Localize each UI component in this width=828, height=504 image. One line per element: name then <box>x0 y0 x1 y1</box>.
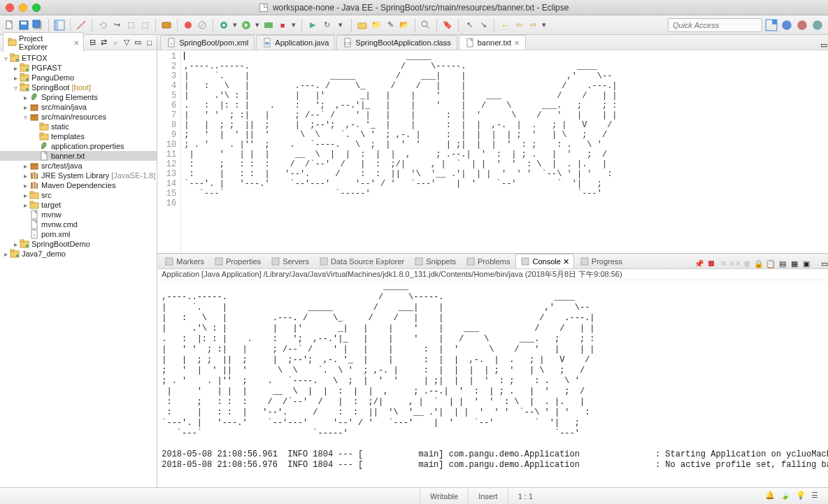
disclosure-icon[interactable]: ▿ <box>1 55 10 62</box>
new-console-icon[interactable]: ▣ <box>801 259 811 268</box>
tree-item[interactable]: ▸JRE System Library [JavaSE-1.8] <box>0 171 157 180</box>
console-output[interactable]: _____ ,----..-----. / \-----. ____ | `. … <box>157 280 828 486</box>
search-icon[interactable] <box>420 20 431 31</box>
tree-item[interactable]: ▸Spring Elements <box>0 92 157 102</box>
debug-perspective-icon[interactable] <box>811 19 824 31</box>
tree-item[interactable]: ▸PanguDemo <box>0 73 157 82</box>
editor-tab[interactable]: JApplication.java <box>256 35 335 50</box>
bottom-tab-problems[interactable]: Problems <box>462 254 514 268</box>
tree-item[interactable]: ▿src/main/resources <box>0 112 157 122</box>
new-pkg-icon[interactable] <box>357 20 368 31</box>
tree-item[interactable]: ▿ETFOX <box>0 53 157 63</box>
tree-item[interactable]: mvnw.cmd <box>0 219 157 229</box>
toggle-mark-icon[interactable]: 🔖 <box>442 20 453 31</box>
skip-icon[interactable] <box>197 20 208 31</box>
editor-tab[interactable]: banner.txt✕ <box>459 35 526 50</box>
tree-item[interactable]: ▸target <box>0 200 157 210</box>
open-console-icon[interactable]: ▤ <box>778 259 787 268</box>
prev-edit-icon[interactable]: ← <box>499 20 511 31</box>
tree-item[interactable]: ▸src <box>0 190 157 200</box>
bmin-icon[interactable]: ▭ <box>820 259 828 268</box>
new-bean-icon[interactable]: ✎ <box>385 20 396 31</box>
remove-all-icon[interactable]: ⨯⨯ <box>730 259 740 268</box>
disclosure-icon[interactable]: ▸ <box>21 103 29 111</box>
disclosure-icon[interactable]: ▸ <box>21 182 29 189</box>
trim-tip-icon[interactable]: 💡 <box>796 491 807 502</box>
editor-minimize-icon[interactable]: ▭ <box>819 40 828 50</box>
coverage-drop-icon[interactable]: ▾ <box>291 20 297 31</box>
tree-item[interactable]: ▸Java7_demo <box>0 249 157 259</box>
quick-access-input[interactable] <box>668 18 762 32</box>
close-tab-icon[interactable]: ✕ <box>563 257 569 266</box>
tree-item[interactable]: mvnw <box>0 210 157 219</box>
trim-overview-icon[interactable]: ☰ <box>811 491 822 502</box>
back-nav-icon[interactable]: ⇦ <box>513 20 524 31</box>
tree-item[interactable]: banner.txt <box>0 151 157 161</box>
display-selected-icon[interactable]: ▦ <box>790 259 799 268</box>
disclosure-icon[interactable]: ▸ <box>11 64 20 72</box>
tree-item[interactable]: ▿SpringBoot [boot] <box>0 82 157 92</box>
tree-item[interactable]: application.properties <box>0 141 157 151</box>
new-icon[interactable] <box>4 20 15 31</box>
run-on-server-icon[interactable]: ▶ <box>307 20 318 31</box>
bottom-tab-snippets[interactable]: Snippets <box>410 254 460 268</box>
run-drop-icon[interactable]: ▾ <box>255 20 260 31</box>
open-perspective-icon[interactable] <box>765 19 778 31</box>
java-perspective-icon[interactable] <box>796 19 808 31</box>
perspective-icon[interactable] <box>54 20 65 31</box>
undo-icon[interactable] <box>97 20 108 31</box>
tree-item[interactable]: ▸SpringBootDemo <box>0 239 157 249</box>
open-type-icon[interactable]: 📂 <box>399 20 410 31</box>
tree-item[interactable]: templates <box>0 131 157 141</box>
disclosure-icon[interactable]: ▸ <box>21 94 29 101</box>
relaunch-icon[interactable]: ↻ <box>321 20 332 31</box>
disclosure-icon[interactable]: ▸ <box>1 250 10 258</box>
collapse-all-icon[interactable]: ⊟ <box>88 38 97 48</box>
tree-item[interactable]: static <box>0 122 157 131</box>
redo-icon[interactable]: ↪ <box>111 20 122 31</box>
scroll-lock-icon[interactable]: 🔒 <box>754 259 764 268</box>
tree-item[interactable]: ▸Maven Dependencies <box>0 180 157 190</box>
disclosure-icon[interactable]: ▸ <box>21 172 29 180</box>
new-class-icon[interactable]: 📁 <box>371 20 382 31</box>
next-annotation-icon[interactable]: ↘ <box>478 20 489 31</box>
prev-annotation-icon[interactable]: ↖ <box>464 20 475 31</box>
close-tab-icon[interactable]: ✕ <box>514 39 520 47</box>
jee-perspective-icon[interactable] <box>780 19 793 31</box>
tree-item[interactable]: ▸PGFAST <box>0 63 157 73</box>
clear-console-icon[interactable]: 🗑 <box>742 259 752 268</box>
disclosure-icon[interactable]: ▿ <box>11 84 20 92</box>
pin-console-icon[interactable]: 📌 <box>694 259 704 268</box>
wand-icon[interactable] <box>76 20 87 31</box>
show-console-icon[interactable]: 📋 <box>766 259 776 268</box>
debug-drop-icon[interactable]: ▾ <box>232 20 238 31</box>
view-menu-icon[interactable]: ▽ <box>122 38 131 48</box>
focus-task-icon[interactable]: ● <box>110 38 120 48</box>
disclosure-icon[interactable]: ▿ <box>21 113 29 121</box>
disclosure-icon[interactable]: ▸ <box>11 240 20 248</box>
save-all-icon[interactable] <box>32 20 43 31</box>
save-icon[interactable] <box>18 20 29 31</box>
debug-icon[interactable] <box>218 20 229 31</box>
editor-tab[interactable]: 010SpringBootApplication.class <box>336 35 457 50</box>
project-tree[interactable]: ▿ETFOX▸PGFAST▸PanguDemo▿SpringBoot [boot… <box>0 50 157 487</box>
disclosure-icon[interactable]: ▸ <box>11 74 20 82</box>
project-explorer-tab[interactable]: Project Explorer ✕ <box>3 32 84 52</box>
minimize-view-icon[interactable]: ▭ <box>134 38 143 48</box>
bottom-tab-markers[interactable]: Markers <box>160 254 208 268</box>
bottom-tab-data-source-explorer[interactable]: Data Source Explorer <box>315 254 408 268</box>
trim-updates-icon[interactable]: 🔔 <box>765 491 776 502</box>
coverage-icon[interactable]: ■ <box>277 20 288 31</box>
nav-drop-icon[interactable]: ▾ <box>541 20 547 31</box>
trim-spring-icon[interactable]: 🍃 <box>780 491 792 502</box>
disclosure-icon[interactable]: ▸ <box>21 201 29 209</box>
close-view-icon[interactable]: ✕ <box>73 39 79 47</box>
ext-tools-icon[interactable]: ▾ <box>335 20 346 31</box>
code-area[interactable]: _____,----..-----. / \-----. ____| `. | … <box>181 50 828 253</box>
new-server-icon[interactable] <box>161 20 172 31</box>
run-icon[interactable] <box>241 20 252 31</box>
tree-item[interactable]: ▸src/test/java <box>0 161 157 171</box>
bottom-tab-console[interactable]: Console✕ <box>515 254 573 268</box>
tree-item[interactable]: xpom.xml <box>0 229 157 239</box>
editor-tab[interactable]: xSpringBoot/pom.xml <box>160 35 255 50</box>
